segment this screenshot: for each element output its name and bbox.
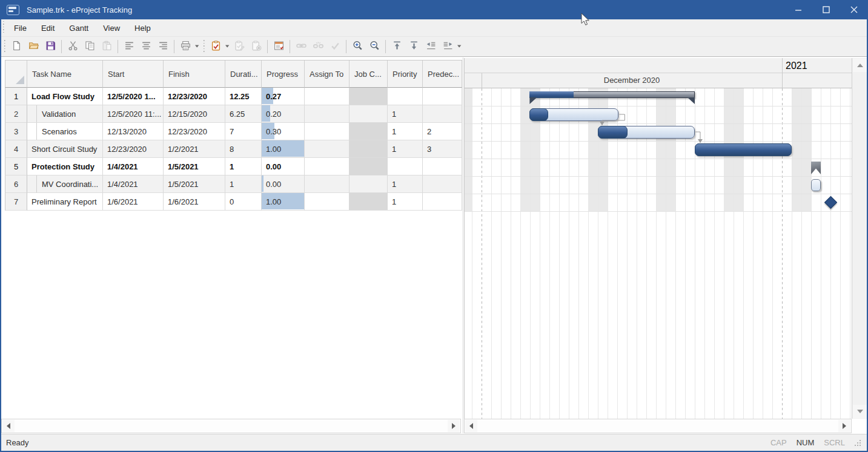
maximize-button[interactable] bbox=[812, 0, 840, 19]
cell-finish[interactable]: 1/5/2021 bbox=[164, 175, 225, 193]
cell-start[interactable]: 12/5/2020 1... bbox=[103, 88, 164, 105]
gantt-task-bar[interactable] bbox=[598, 126, 695, 139]
move-down-button[interactable] bbox=[406, 39, 422, 54]
menubar-gripper[interactable] bbox=[3, 21, 5, 34]
cell-priority[interactable]: 1 bbox=[388, 175, 423, 193]
cell-predecessors[interactable]: 2 bbox=[423, 123, 462, 140]
toolbar-gripper[interactable] bbox=[204, 40, 205, 53]
row-number-cell[interactable]: 1 bbox=[5, 88, 27, 105]
row-number-cell[interactable]: 4 bbox=[5, 140, 27, 158]
column-header-task-name[interactable]: Task Name bbox=[27, 61, 103, 88]
cell-progress[interactable]: 0.20 bbox=[262, 105, 305, 123]
select-all-cell[interactable] bbox=[5, 61, 27, 88]
cell-predecessors[interactable] bbox=[423, 105, 462, 123]
milestone-diamond[interactable] bbox=[824, 196, 837, 209]
cell-duration[interactable]: 6.25 bbox=[225, 105, 262, 123]
gantt-scroll-right-button[interactable] bbox=[838, 420, 850, 432]
cell-start[interactable]: 1/4/2021 bbox=[103, 175, 164, 193]
cell-assign-to[interactable] bbox=[305, 123, 350, 140]
cell-finish[interactable]: 1/5/2021 bbox=[164, 158, 225, 175]
column-header-progress[interactable]: Progress bbox=[262, 61, 305, 88]
add-task-options-dropdown[interactable] bbox=[224, 39, 231, 54]
cell-priority[interactable] bbox=[388, 158, 423, 175]
cell-start[interactable]: 1/6/2021 bbox=[103, 193, 164, 211]
save-button[interactable] bbox=[42, 39, 58, 54]
cell-job-code[interactable] bbox=[350, 123, 388, 140]
column-header-job-code[interactable]: Job C... bbox=[350, 61, 388, 88]
cell-duration[interactable]: 8 bbox=[225, 140, 262, 158]
add-task-button[interactable] bbox=[208, 39, 224, 54]
cell-finish[interactable]: 1/2/2021 bbox=[164, 140, 225, 158]
column-header-start[interactable]: Start bbox=[103, 61, 164, 88]
cell-job-code[interactable] bbox=[350, 158, 388, 175]
scroll-up-button[interactable] bbox=[853, 59, 867, 72]
cell-assign-to[interactable] bbox=[305, 193, 350, 211]
resize-grip[interactable] bbox=[853, 439, 862, 447]
cell-predecessors[interactable] bbox=[423, 175, 462, 193]
cell-progress[interactable]: 0.00 bbox=[262, 175, 305, 193]
cell-predecessors[interactable] bbox=[423, 88, 462, 105]
open-button[interactable] bbox=[25, 39, 41, 54]
titlebar[interactable]: Sample.trk - eProject Tracking bbox=[0, 0, 868, 19]
copy-button[interactable] bbox=[82, 39, 98, 54]
gantt-task-bar[interactable] bbox=[695, 143, 792, 156]
menu-item-file[interactable]: File bbox=[7, 19, 34, 36]
cell-task-name[interactable]: Validation bbox=[27, 105, 103, 123]
cell-priority[interactable]: 1 bbox=[388, 105, 423, 123]
scroll-down-button[interactable] bbox=[853, 405, 867, 418]
cell-task-name[interactable]: Scenarios bbox=[27, 123, 103, 140]
print-options-dropdown[interactable] bbox=[194, 39, 200, 54]
align-left-button[interactable] bbox=[121, 39, 137, 54]
minimize-button[interactable] bbox=[784, 0, 812, 19]
cell-progress[interactable]: 0.00 bbox=[262, 158, 305, 175]
cell-priority[interactable]: 1 bbox=[388, 193, 423, 211]
cell-assign-to[interactable] bbox=[305, 88, 350, 105]
cell-job-code[interactable] bbox=[350, 193, 388, 211]
gantt-scroll-left-button[interactable] bbox=[465, 420, 477, 432]
gantt-hscrollbar[interactable] bbox=[464, 419, 852, 433]
gantt-vscrollbar[interactable] bbox=[852, 58, 867, 419]
row-number-cell[interactable]: 6 bbox=[5, 175, 27, 193]
cell-assign-to[interactable] bbox=[305, 105, 350, 123]
cell-predecessors[interactable]: 3 bbox=[423, 140, 462, 158]
cell-task-name[interactable]: Preliminary Report bbox=[27, 193, 103, 211]
menu-item-view[interactable]: View bbox=[96, 19, 127, 36]
cell-progress[interactable]: 0.30 bbox=[262, 123, 305, 140]
gantt-summary-bar[interactable] bbox=[529, 91, 695, 105]
outdent-button[interactable] bbox=[423, 39, 439, 54]
cell-duration[interactable]: 1 bbox=[225, 175, 262, 193]
cell-finish[interactable]: 1/6/2021 bbox=[164, 193, 225, 211]
zoom-in-button[interactable] bbox=[350, 39, 365, 54]
align-center-button[interactable] bbox=[138, 39, 154, 54]
cell-assign-to[interactable] bbox=[305, 175, 350, 193]
row-number-cell[interactable]: 3 bbox=[5, 123, 27, 140]
move-up-button[interactable] bbox=[389, 39, 405, 54]
cell-job-code[interactable] bbox=[350, 88, 388, 105]
collapsed-summary-marker[interactable] bbox=[811, 162, 821, 174]
cell-progress[interactable]: 1.00 bbox=[262, 193, 305, 211]
menu-item-gantt[interactable]: Gantt bbox=[62, 19, 96, 36]
cell-finish[interactable]: 12/23/2020 bbox=[164, 88, 225, 105]
column-header-predecessors[interactable]: Predec... bbox=[423, 61, 462, 88]
row-number-cell[interactable]: 2 bbox=[5, 105, 27, 123]
column-header-assign-to[interactable]: Assign To bbox=[305, 61, 350, 88]
cell-start[interactable]: 1/4/2021 bbox=[103, 158, 164, 175]
gantt-small-bar[interactable] bbox=[811, 179, 821, 191]
row-number-cell[interactable]: 7 bbox=[5, 193, 27, 211]
cell-finish[interactable]: 12/15/2020 bbox=[164, 105, 225, 123]
zoom-out-button[interactable] bbox=[366, 39, 382, 54]
cut-button[interactable] bbox=[65, 39, 81, 54]
cell-task-name[interactable]: Protection Study bbox=[27, 158, 103, 175]
cell-duration[interactable]: 0 bbox=[225, 193, 262, 211]
toolbar-gripper[interactable] bbox=[4, 40, 6, 53]
column-header-duration[interactable]: Durati... bbox=[225, 61, 262, 88]
print-button[interactable] bbox=[177, 39, 193, 54]
cell-task-name[interactable]: MV Coordinati... bbox=[27, 175, 103, 193]
cell-priority[interactable]: 1 bbox=[388, 140, 423, 158]
cell-priority[interactable] bbox=[388, 88, 423, 105]
cell-progress[interactable]: 1.00 bbox=[262, 140, 305, 158]
cell-duration[interactable]: 7 bbox=[225, 123, 262, 140]
row-number-cell[interactable]: 5 bbox=[5, 158, 27, 175]
cell-assign-to[interactable] bbox=[305, 140, 350, 158]
cell-duration[interactable]: 1 bbox=[225, 158, 262, 175]
